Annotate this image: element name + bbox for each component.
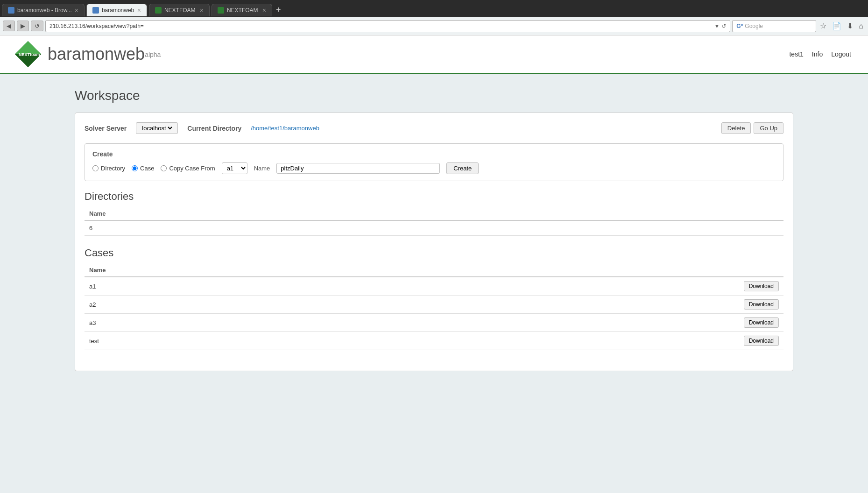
radio-group: Directory Case Copy Case From [92, 165, 215, 172]
radio-directory-input[interactable] [92, 165, 99, 171]
name-label: Name [254, 165, 270, 172]
logo-icon: NEXTfoam [14, 40, 42, 68]
tab-3[interactable]: NEXTFOAM × [149, 4, 210, 16]
directories-table: Name 6 [85, 207, 783, 236]
case-row: a1 Download [85, 277, 783, 296]
reload-button[interactable]: ↺ [31, 21, 43, 31]
radio-copy-label: Copy Case From [169, 165, 215, 172]
tab-4[interactable]: NEXTFOAM × [212, 4, 272, 16]
svg-text:NEXTfoam: NEXTfoam [19, 52, 40, 57]
directory-row: 6 [85, 220, 783, 236]
copy-from-select[interactable]: a1 a2 a3 test [222, 162, 247, 174]
case-actions: Download [341, 332, 783, 350]
panel-top-row: Solver Server localhost Current Director… [85, 122, 783, 134]
tab-label-1: baramonweb - Brow... [17, 7, 72, 14]
radio-copy-input[interactable] [161, 165, 167, 171]
tab-bar: baramonweb - Brow... × baramonweb × NEXT… [0, 0, 868, 17]
nav-user: test1 [786, 49, 806, 59]
solver-server-select[interactable]: localhost [136, 122, 178, 134]
tab-favicon-4 [218, 7, 224, 14]
site-title: baramonweb [48, 44, 145, 63]
browser-chrome: baramonweb - Brow... × baramonweb × NEXT… [0, 0, 868, 35]
current-dir-path: /home/test1/baramonweb [251, 125, 319, 132]
header-nav: test1 Info Logout [786, 49, 854, 59]
radio-directory-label: Directory [101, 165, 125, 172]
cases-table: Name a1 Download a2 Download a3 Download… [85, 264, 783, 350]
case-name: a3 [85, 314, 341, 332]
cases-title: Cases [85, 247, 783, 259]
case-download-button[interactable]: Download [744, 336, 779, 346]
tab-1[interactable]: baramonweb - Brow... × [2, 4, 85, 16]
case-name: a2 [85, 296, 341, 314]
url-bar[interactable]: 210.16.213.16/workspace/view?path= ▼ ↺ [45, 20, 730, 32]
radio-case-input[interactable] [132, 165, 138, 171]
create-row: Directory Case Copy Case From a1 [92, 162, 776, 174]
radio-case[interactable]: Case [132, 165, 154, 172]
radio-case-label: Case [140, 165, 154, 172]
page-title: Workspace [75, 88, 793, 103]
case-name: test [85, 332, 341, 350]
name-input[interactable] [276, 163, 440, 174]
url-text: 210.16.213.16/workspace/view?path= [49, 23, 712, 29]
radio-directory[interactable]: Directory [92, 165, 125, 172]
url-refresh-icon: ▼ [714, 23, 720, 29]
search-placeholder: Google [745, 23, 763, 29]
solver-server-dropdown[interactable]: localhost [140, 124, 174, 132]
create-button[interactable]: Create [446, 162, 479, 174]
page: NEXTfoam baramonwebalpha test1 Info Logo… [0, 35, 868, 409]
download-button[interactable]: ⬇ [845, 21, 855, 31]
back-button[interactable]: ◀ [3, 21, 15, 31]
bookmark-star-button[interactable]: ☆ [818, 21, 828, 31]
goup-button[interactable]: Go Up [754, 122, 783, 134]
home-button[interactable]: ⌂ [857, 21, 865, 31]
case-row: test Download [85, 332, 783, 350]
search-box[interactable]: G* Google [732, 20, 816, 32]
tab-favicon-3 [155, 7, 162, 14]
tab-favicon-1 [8, 7, 14, 14]
directories-title: Directories [85, 190, 783, 203]
nav-info-link[interactable]: Info [809, 49, 826, 59]
tab-close-1[interactable]: × [75, 7, 78, 14]
panel-actions: Delete Go Up [721, 122, 783, 134]
delete-button[interactable]: Delete [721, 122, 751, 134]
tab-close-4[interactable]: × [262, 7, 266, 14]
new-tab-button[interactable]: + [272, 5, 285, 15]
case-row: a3 Download [85, 314, 783, 332]
tab-favicon-2 [92, 7, 99, 14]
site-title-group: baramonwebalpha [48, 44, 161, 64]
cases-col-name: Name [85, 264, 341, 277]
case-actions: Download [341, 314, 783, 332]
solver-server-label: Solver Server [85, 125, 127, 132]
case-row: a2 Download [85, 296, 783, 314]
case-actions: Download [341, 296, 783, 314]
forward-button[interactable]: ▶ [17, 21, 29, 31]
search-engine-icon: G* [736, 23, 743, 29]
main-content: Workspace Solver Server localhost Curren… [0, 74, 868, 385]
logo-area: NEXTfoam baramonwebalpha [14, 40, 161, 68]
current-dir-label: Current Directory [187, 125, 241, 132]
create-title: Create [92, 150, 776, 158]
case-download-button[interactable]: Download [744, 299, 779, 310]
site-alpha: alpha [145, 51, 161, 58]
tab-label-4: NEXTFOAM [227, 7, 260, 14]
url-go-icon: ↺ [721, 23, 726, 29]
tab-close-3[interactable]: × [200, 7, 204, 14]
page-button[interactable]: 📄 [830, 21, 843, 31]
nav-bar: ◀ ▶ ↺ 210.16.213.16/workspace/view?path=… [0, 17, 868, 35]
nav-icons: ☆ 📄 ⬇ ⌂ [818, 21, 865, 31]
create-section: Create Directory Case Copy C [85, 143, 783, 181]
case-download-button[interactable]: Download [744, 317, 779, 328]
radio-copy-case-from[interactable]: Copy Case From [161, 165, 215, 172]
case-actions: Download [341, 277, 783, 296]
tab-close-2[interactable]: × [137, 7, 141, 14]
directory-name: 6 [85, 220, 783, 236]
case-name: a1 [85, 277, 341, 296]
tab-2[interactable]: baramonweb × [86, 4, 147, 16]
tab-label-2: baramonweb [102, 7, 134, 14]
nav-logout-link[interactable]: Logout [828, 49, 854, 59]
directories-col-name: Name [85, 207, 783, 220]
tab-label-3: NEXTFOAM [164, 7, 197, 14]
site-header: NEXTfoam baramonwebalpha test1 Info Logo… [0, 35, 868, 74]
workspace-panel: Solver Server localhost Current Director… [75, 113, 793, 371]
case-download-button[interactable]: Download [744, 281, 779, 291]
